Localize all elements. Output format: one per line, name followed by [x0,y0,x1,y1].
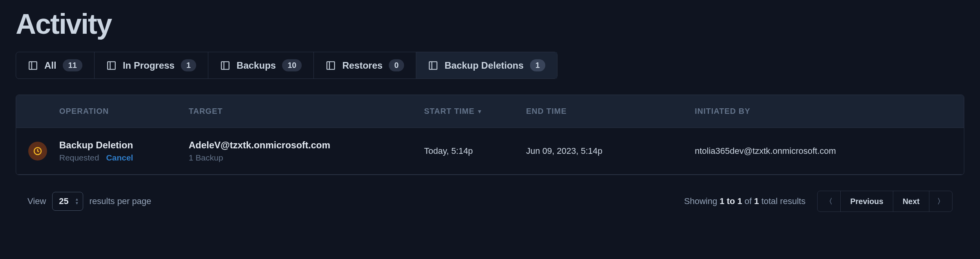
layout-icon [326,60,336,71]
target-email: AdeleV@tzxtk.onmicrosoft.com [189,140,424,151]
tab-badge: 0 [389,59,404,71]
tabs-bar: All 11 In Progress 1 Backups 10 Restores… [16,52,557,79]
table-footer: View 25 ▲▼ results per page Showing 1 to… [16,191,964,212]
activity-table: OPERATION TARGET START TIME ▼ END TIME I… [16,95,964,175]
sort-desc-icon: ▼ [477,108,483,115]
target-sub: 1 Backup [189,153,424,162]
cancel-link[interactable]: Cancel [106,153,133,162]
col-start-time-label: START TIME [424,107,475,116]
svg-rect-2 [107,62,115,69]
status-icon-cell [16,142,59,161]
chevron-left-icon: 〈 [825,197,832,206]
status-pending-icon [28,142,47,161]
chevron-right-icon: 〉 [937,197,944,206]
tab-label: All [44,60,56,71]
page-size-select[interactable]: 25 ▲▼ [52,192,83,211]
initiated-by-cell: ntolia365dev@tzxtk.onmicrosoft.com [695,146,964,156]
svg-rect-4 [221,62,229,69]
results-summary: Showing 1 to 1 of 1 total results [684,196,805,206]
tab-in-progress[interactable]: In Progress 1 [95,52,208,78]
next-button[interactable]: Next [893,191,929,212]
footer-right: Showing 1 to 1 of 1 total results 〈 Prev… [684,191,953,212]
tab-label: Backup Deletions [444,60,523,71]
layout-icon [220,60,230,71]
col-end-time[interactable]: END TIME [526,107,695,116]
layout-icon [428,60,438,71]
tab-all[interactable]: All 11 [16,52,95,78]
results-per-page-label: results per page [89,196,151,206]
svg-rect-0 [29,62,37,69]
tab-restores[interactable]: Restores 0 [314,52,416,78]
page-size-value: 25 [59,196,68,206]
view-label: View [27,196,46,206]
table-header: OPERATION TARGET START TIME ▼ END TIME I… [16,95,964,128]
start-time-cell: Today, 5:14p [424,146,526,156]
operation-name: Backup Deletion [59,140,189,151]
tab-badge: 10 [282,59,302,71]
tab-backup-deletions[interactable]: Backup Deletions 1 [416,52,557,78]
stepper-icon: ▲▼ [75,197,79,205]
operation-status: Requested [59,153,99,162]
svg-rect-6 [327,62,335,69]
pagination: 〈 Previous Next 〉 [817,191,953,212]
prev-button[interactable]: Previous [841,191,893,212]
target-cell: AdeleV@tzxtk.onmicrosoft.com 1 Backup [189,140,424,162]
col-target[interactable]: TARGET [189,107,424,116]
table-row[interactable]: Backup Deletion Requested Cancel AdeleV@… [16,128,964,175]
col-start-time[interactable]: START TIME ▼ [424,107,526,116]
prev-icon-button[interactable]: 〈 [818,191,841,212]
end-time-cell: Jun 09, 2023, 5:14p [526,146,695,156]
tab-label: In Progress [123,60,175,71]
next-icon-button[interactable]: 〉 [929,191,952,212]
tab-badge: 1 [530,59,545,71]
page-title: Activity [16,8,964,40]
tab-label: Restores [342,60,383,71]
col-operation[interactable]: OPERATION [59,107,189,116]
col-initiated-by[interactable]: INITIATED BY [695,107,964,116]
tab-backups[interactable]: Backups 10 [208,52,314,78]
tab-label: Backups [237,60,276,71]
tab-badge: 11 [63,59,82,71]
svg-rect-8 [429,62,437,69]
view-controls: View 25 ▲▼ results per page [27,192,151,211]
tab-badge: 1 [181,59,196,71]
operation-cell: Backup Deletion Requested Cancel [59,140,189,162]
layout-icon [106,60,117,71]
layout-icon [28,60,38,71]
